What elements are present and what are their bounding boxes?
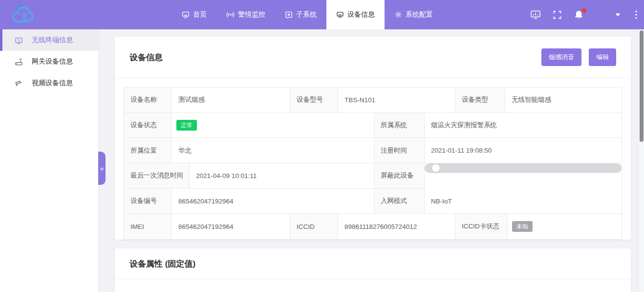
field-value-cell: TBS-N101 xyxy=(338,88,455,113)
gateway-device-icon xyxy=(15,58,23,66)
field-value-cell: 华北 xyxy=(172,138,374,163)
main-nav-tabs: 首页警情监控子系统设备信息系统配置 xyxy=(172,0,443,29)
top-navbar: T 首页警情监控子系统设备信息系统配置 xyxy=(0,0,644,29)
nav-tab-alarm-monitor[interactable]: 警情监控 xyxy=(216,0,275,29)
field-value-cell: 2021-04-09 10:01:11 xyxy=(190,163,374,189)
field-label: ICCID xyxy=(290,214,338,239)
smoke-mute-button[interactable]: 烟感消音 xyxy=(541,48,581,66)
cloud-logo: T xyxy=(10,3,42,26)
field-label: 所属位置 xyxy=(124,138,172,163)
vertical-scrollbar-track[interactable] xyxy=(638,29,644,292)
settings-gear-icon xyxy=(394,11,402,19)
toggle-knob xyxy=(432,164,440,172)
table-row: IMEI865462047192964ICCID8986111827600572… xyxy=(124,214,622,239)
field-value-cell: 89861118276005724012 xyxy=(338,214,455,239)
attributes-title: 设备属性 (固定值) xyxy=(129,258,195,270)
fullscreen-icon[interactable] xyxy=(553,10,562,20)
page-title: 设备信息 xyxy=(129,52,163,63)
nav-tab-system-config[interactable]: 系统配置 xyxy=(385,0,443,29)
notification-dot xyxy=(582,8,586,13)
nav-tab-device-info[interactable]: 设备信息 xyxy=(326,0,385,29)
more-options-kebab-icon[interactable] xyxy=(635,10,637,19)
field-value-cell: 测试烟感 xyxy=(172,88,290,113)
sidebar-item-label: 视频设备信息 xyxy=(32,79,73,88)
field-value-cell: 865462047192964 xyxy=(172,189,374,214)
nav-tab-home[interactable]: 首页 xyxy=(172,0,216,29)
device-info-icon xyxy=(336,11,344,19)
nav-tab-label: 系统配置 xyxy=(406,10,433,19)
alarm-monitor-icon xyxy=(226,11,235,19)
field-label: IMEI xyxy=(124,214,172,239)
field-label: 设备类型 xyxy=(455,88,505,113)
device-attributes-card-header: 设备属性 (固定值) xyxy=(115,248,631,279)
sidebar-collapse-handle[interactable]: « xyxy=(98,152,106,185)
field-value-cell: 正常 xyxy=(172,113,374,138)
video-device-icon xyxy=(15,79,23,88)
field-label: ICCID卡状态 xyxy=(455,214,508,239)
navbar-right-tools xyxy=(530,0,644,29)
svg-text:T: T xyxy=(21,11,28,22)
device-info-table: 设备名称测试烟感设备型号TBS-N101设备类型无线智能烟感设备状态正常所属系统… xyxy=(124,87,622,240)
field-label: 最后一次消息时间 xyxy=(124,163,190,189)
user-dropdown-caret-icon[interactable] xyxy=(615,13,621,17)
sidebar: 无线终端信息网关设备信息视频设备信息 xyxy=(0,29,98,292)
device-info-card: 设备信息 烟感消音编辑 设备名称测试烟感设备型号TBS-N101设备类型无线智能… xyxy=(115,37,631,240)
field-label: 屏蔽此设备 xyxy=(374,163,425,189)
nav-tab-label: 设备信息 xyxy=(347,10,375,19)
table-row: 设备状态正常所属系统烟温火灾探测报警系统 xyxy=(124,113,622,138)
nav-tab-label: 子系统 xyxy=(296,10,317,19)
field-value-cell: 865462047192964 xyxy=(172,214,290,239)
subsystem-icon xyxy=(285,11,293,19)
field-label: 所属系统 xyxy=(374,113,425,138)
device-info-card-header: 设备信息 烟感消音编辑 xyxy=(115,37,631,78)
field-label: 入网模式 xyxy=(374,189,425,214)
field-value-cell xyxy=(425,163,622,173)
nav-tab-label: 警情监控 xyxy=(238,10,265,19)
field-value-cell: 未知 xyxy=(508,214,622,239)
wireless-terminal-icon xyxy=(15,36,23,45)
nav-tab-label: 首页 xyxy=(193,10,207,19)
field-label: 设备型号 xyxy=(290,88,338,113)
edit-button[interactable]: 编辑 xyxy=(589,48,616,66)
block-device-toggle[interactable] xyxy=(431,163,451,173)
main-content: 设备信息 烟感消音编辑 设备名称测试烟感设备型号TBS-N101设备类型无线智能… xyxy=(98,29,638,292)
nav-tab-subsystem[interactable]: 子系统 xyxy=(275,0,326,29)
sidebar-item-label: 无线终端信息 xyxy=(32,36,73,45)
status-badge: 未知 xyxy=(512,221,533,232)
table-row: 设备编号865462047192964入网模式NB-IoT xyxy=(124,189,622,214)
home-icon xyxy=(182,11,190,19)
vertical-scrollbar-thumb[interactable] xyxy=(640,30,644,142)
status-badge: 正常 xyxy=(176,120,197,131)
field-value-cell: 烟温火灾探测报警系统 xyxy=(425,113,622,138)
device-attributes-body xyxy=(115,279,631,292)
dashboard-icon[interactable] xyxy=(530,10,541,20)
sidebar-item-wireless-terminal-info[interactable]: 无线终端信息 xyxy=(0,29,98,51)
sidebar-item-video-device-info[interactable]: 视频设备信息 xyxy=(0,72,98,94)
field-label: 设备编号 xyxy=(124,189,172,214)
sidebar-item-gateway-device-info[interactable]: 网关设备信息 xyxy=(0,51,98,72)
field-value-cell: 2021-01-11 19:08:50 xyxy=(425,138,622,163)
field-label: 设备状态 xyxy=(124,113,172,138)
field-label: 注册时间 xyxy=(374,138,425,163)
table-row: 最后一次消息时间2021-04-09 10:01:11屏蔽此设备 xyxy=(124,163,622,189)
table-row: 所属位置华北注册时间2021-01-11 19:08:50 xyxy=(124,138,622,163)
notification-bell-icon[interactable] xyxy=(574,10,584,20)
table-row: 设备名称测试烟感设备型号TBS-N101设备类型无线智能烟感 xyxy=(124,88,622,113)
collapse-glyph: « xyxy=(100,165,104,172)
field-value-cell: NB-IoT xyxy=(425,189,622,214)
field-label: 设备名称 xyxy=(124,88,172,113)
device-attributes-card: 设备属性 (固定值) xyxy=(115,248,631,292)
sidebar-item-label: 网关设备信息 xyxy=(32,57,73,66)
field-value-cell: 无线智能烟感 xyxy=(505,88,622,113)
